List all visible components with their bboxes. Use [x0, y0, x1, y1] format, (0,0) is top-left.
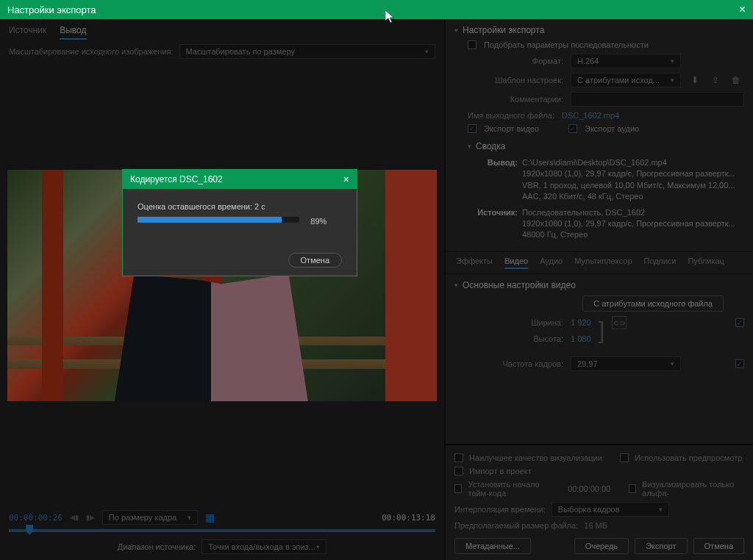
encoding-dialog: Кодируется DSC_1602 × Оценка оставшегося… [122, 169, 357, 276]
fps-select[interactable]: 29,97 [571, 356, 681, 371]
video-settings-header[interactable]: ▾ Основные настройки видео [446, 274, 753, 293]
est-size-value: 16 МБ [584, 521, 607, 530]
chevron-down-icon: ▾ [454, 26, 458, 34]
width-label: Ширина: [468, 318, 563, 327]
settings-tabs: Эффекты Видео Аудио Мультиплексор Подпис… [446, 251, 753, 274]
scale-label: Масштабирование исходного изображения: [9, 47, 174, 56]
use-preview-checkbox[interactable] [620, 453, 629, 462]
fps-checkbox[interactable] [735, 359, 744, 368]
dialog-title: Кодируется DSC_1602 [130, 174, 223, 184]
tab-captions[interactable]: Подписи [644, 256, 677, 269]
scale-select[interactable]: Масштабировать по размеру [179, 44, 435, 59]
format-select[interactable]: H.264 [571, 54, 681, 68]
dialog-titlebar: Кодируется DSC_1602 × [123, 170, 357, 189]
export-video-checkbox[interactable] [468, 124, 477, 133]
tab-effects[interactable]: Эффекты [456, 256, 493, 269]
next-marker-icon[interactable]: ▮▶ [86, 514, 95, 521]
output-name-label: Имя выходного файла: [468, 111, 554, 120]
save-preset-icon[interactable]: ⬇ [688, 73, 702, 87]
preset-select[interactable]: С атрибутами исход... [571, 73, 681, 87]
tab-publish[interactable]: Публикац [688, 256, 724, 269]
export-settings-header[interactable]: ▾ Настройки экспорта [446, 19, 753, 38]
settings-panel: ▾ Настройки экспорта Подобрать параметры… [446, 19, 753, 560]
match-source-button[interactable]: С атрибутами исходного файла [582, 295, 724, 312]
chevron-down-icon: ▾ [468, 143, 471, 150]
comments-label: Комментарии: [468, 95, 563, 104]
aspect-icon[interactable]: ▦ [205, 511, 215, 523]
progress-bar [138, 217, 299, 223]
match-sequence-label: Подобрать параметры последовательности [484, 40, 649, 49]
queue-button[interactable]: Очередь [574, 538, 629, 554]
chevron-down-icon: ▾ [454, 281, 458, 289]
close-icon[interactable]: × [739, 3, 746, 16]
height-value[interactable]: 1 080 [571, 334, 591, 343]
timeline: 00:00:00:26 ◀▮ ▮▶ По размеру кадра ▦ 00:… [0, 504, 444, 560]
tab-audio[interactable]: Аудио [540, 256, 563, 269]
timeline-track[interactable] [9, 529, 435, 532]
format-label: Формат: [468, 57, 563, 65]
preset-label: Шаблон настроек: [468, 76, 563, 85]
export-audio-label: Экспорт аудио [585, 124, 639, 133]
preview-tabs: Источник Вывод [0, 19, 444, 40]
summary-header[interactable]: ▾ Сводка [446, 135, 753, 154]
bottom-options: Наилучшее качество визуализации Использо… [446, 444, 753, 560]
cancel-button[interactable]: Отмена [693, 538, 744, 554]
interpolation-select[interactable]: Выборка кадров [552, 502, 669, 517]
preview-panel: Источник Вывод Масштабирование исходного… [0, 19, 446, 560]
width-checkbox[interactable] [735, 318, 744, 327]
range-label: Диапазон источника: [118, 542, 196, 551]
set-timecode-checkbox[interactable] [454, 484, 462, 493]
timecode-end: 00:00:13:18 [382, 513, 435, 523]
import-preset-icon[interactable]: ⇪ [709, 73, 722, 87]
export-video-label: Экспорт видео [484, 124, 539, 133]
comments-input[interactable] [571, 92, 744, 107]
metadata-button[interactable]: Метаданные... [454, 538, 531, 554]
prev-marker-icon[interactable]: ◀▮ [70, 514, 79, 521]
fit-select[interactable]: По размеру кадра [102, 510, 198, 525]
best-quality-checkbox[interactable] [454, 453, 463, 462]
tab-output[interactable]: Вывод [60, 25, 86, 40]
dialog-close-icon[interactable]: × [343, 173, 349, 185]
progress-percent: 89% [310, 217, 326, 226]
summary-block: Вывод:C:\Users\diami\Desktop\DSC_1602.mp… [446, 154, 753, 247]
tab-video[interactable]: Видео [504, 256, 528, 269]
delete-preset-icon[interactable]: 🗑 [729, 73, 743, 87]
width-value[interactable]: 1 920 [571, 318, 591, 327]
dialog-cancel-button[interactable]: Отмена [288, 253, 342, 268]
link-bracket: ] [599, 323, 605, 337]
fps-label: Частота кадров: [468, 359, 563, 368]
time-remaining-label: Оценка оставшегося времени: 2 с [138, 202, 342, 211]
window-titlebar: Настройки экспорта × [0, 0, 753, 19]
timecode-start[interactable]: 00:00:00:26 [9, 513, 63, 523]
match-sequence-checkbox[interactable] [468, 40, 477, 49]
tab-source[interactable]: Источник [9, 25, 46, 40]
output-filename-link[interactable]: DSC_1602.mp4 [562, 111, 619, 120]
tab-mux[interactable]: Мультиплексор [574, 256, 632, 269]
import-project-checkbox[interactable] [454, 467, 463, 475]
window-title: Настройки экспорта [7, 4, 96, 15]
range-select[interactable]: Точки входа/выхода в эпиз... [201, 539, 326, 554]
export-audio-checkbox[interactable] [568, 124, 577, 133]
link-dimensions-icon[interactable]: ⊂⊃ [612, 316, 627, 329]
export-button[interactable]: Экспорт [635, 538, 687, 554]
render-alpha-checkbox[interactable] [629, 484, 636, 493]
height-label: Высота: [468, 334, 563, 343]
